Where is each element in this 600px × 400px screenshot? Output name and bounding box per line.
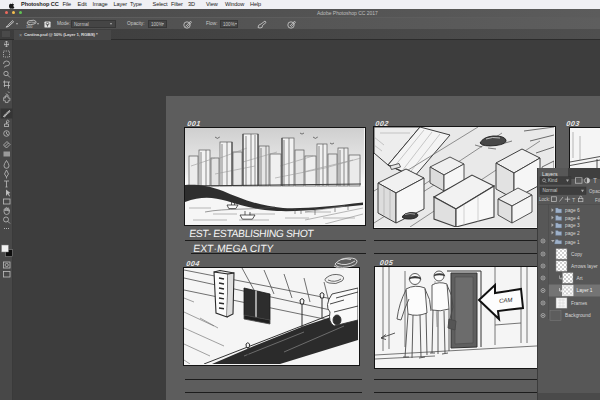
svg-text:Frames: Frames xyxy=(571,301,588,306)
svg-text:Fill: Fill xyxy=(595,198,600,203)
svg-text:page 1: page 1 xyxy=(565,240,580,245)
svg-text:page 3: page 3 xyxy=(565,223,580,228)
svg-text:EST- ESTABLISHING SHOT: EST- ESTABLISHING SHOT xyxy=(189,228,315,239)
svg-text:Opacity: Opacity xyxy=(589,189,600,194)
svg-text:Lock:: Lock: xyxy=(539,197,550,202)
svg-text:EXT·MEGA CITY: EXT·MEGA CITY xyxy=(193,243,274,254)
svg-text:Background: Background xyxy=(565,313,591,318)
svg-text:Normal: Normal xyxy=(543,188,558,193)
svg-text:page 4: page 4 xyxy=(565,216,580,221)
svg-text:Art: Art xyxy=(577,276,584,281)
svg-text:page 6: page 6 xyxy=(565,208,580,213)
svg-text:T: T xyxy=(593,177,597,184)
svg-text:CAM: CAM xyxy=(499,297,513,304)
svg-text:Layers: Layers xyxy=(542,171,558,177)
svg-text:Arrows layer: Arrows layer xyxy=(571,264,598,269)
svg-text:Copy: Copy xyxy=(571,252,583,257)
svg-text:Kind: Kind xyxy=(548,178,558,183)
svg-text:Layer 1: Layer 1 xyxy=(577,288,593,293)
svg-text:page 2: page 2 xyxy=(565,231,580,236)
